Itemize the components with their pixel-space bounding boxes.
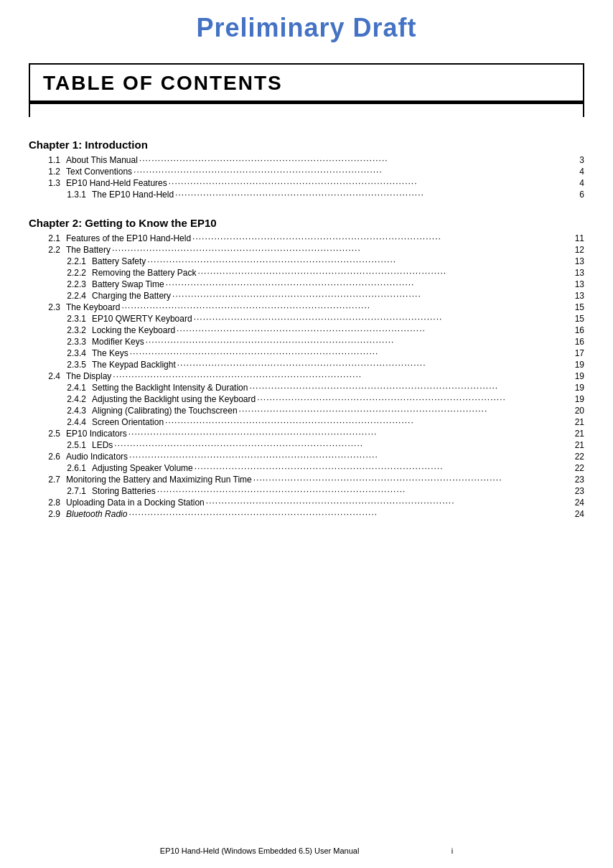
toc-num-2-6: 2.2.4 (29, 291, 92, 301)
toc-label-1-1: About This Manual·······················… (66, 155, 584, 165)
toc-label-2-20: Audio Indicators························… (66, 452, 584, 462)
footer-text: EP10 Hand-Held (Windows Embedded 6.5) Us… (160, 846, 360, 855)
toc-label-1-4: The EP10 Hand-Held······················… (92, 190, 584, 200)
toc-dots-2-6: ········································… (172, 291, 568, 301)
toc-title-underline (30, 101, 583, 104)
toc-page-2-1: 11 (570, 233, 584, 243)
toc-page-2-22: 23 (570, 475, 584, 485)
toc-label-2-21: Adjusting Speaker Volume················… (92, 463, 584, 473)
toc-label-text-2-13: The Display (66, 371, 111, 381)
toc-entry-1-2: 1.2Text Conventions·····················… (29, 167, 584, 177)
toc-num-2-1: 2.1 (29, 233, 66, 243)
toc-title: Table of Contents (43, 72, 570, 95)
toc-label-2-2: The Battery·····························… (66, 245, 584, 255)
toc-label-text-2-16: Aligning (Calibrating) the Touchscreen (92, 406, 238, 416)
toc-page-2-12: 19 (570, 360, 584, 370)
toc-entry-2-23: 2.7.1Storing Batteries··················… (29, 486, 584, 496)
toc-entry-2-2: 2.2The Battery··························… (29, 245, 584, 255)
toc-num-2-23: 2.7.1 (29, 486, 92, 496)
toc-dots-2-4: ········································… (197, 268, 568, 278)
toc-dots-2-14: ········································… (249, 383, 568, 393)
toc-dots-2-21: ········································… (195, 463, 568, 473)
toc-label-1-3: EP10 Hand-Held Features·················… (66, 178, 584, 188)
toc-num-2-20: 2.6 (29, 452, 66, 462)
toc-label-text-2-24: Uploading Data in a Docking Station (66, 498, 205, 508)
toc-dots-2-20: ········································… (129, 452, 568, 462)
toc-label-text-2-15: Adjusting the Backlight using the Keyboa… (92, 394, 256, 404)
toc-entry-2-24: 2.8Uploading Data in a Docking Station··… (29, 498, 584, 508)
toc-entry-2-10: 2.3.3Modifier Keys······················… (29, 337, 584, 347)
toc-page-2-13: 19 (570, 371, 584, 381)
toc-num-2-3: 2.2.1 (29, 256, 92, 266)
toc-entry-2-13: 2.4The Display··························… (29, 371, 584, 381)
toc-label-2-7: The Keyboard····························… (66, 302, 584, 312)
toc-label-2-6: Charging the Battery····················… (92, 291, 584, 301)
toc-num-2-2: 2.2 (29, 245, 66, 255)
toc-label-text-2-23: Storing Batteries (92, 486, 156, 496)
toc-page-2-4: 13 (570, 268, 584, 278)
toc-page-1-2: 4 (570, 167, 584, 177)
toc-label-text-1-3: EP10 Hand-Held Features (66, 178, 167, 188)
toc-dots-2-16: ········································… (239, 406, 568, 416)
toc-label-2-13: The Display·····························… (66, 371, 584, 381)
toc-page-2-16: 20 (570, 406, 584, 416)
toc-dots-2-19: ········································… (114, 440, 568, 450)
toc-page-1-4: 6 (570, 190, 584, 200)
toc-label-text-2-5: Battery Swap Time (92, 279, 164, 289)
toc-entry-2-3: 2.2.1Battery Safety·····················… (29, 256, 584, 266)
toc-label-2-16: Aligning (Calibrating) the Touchscreen··… (92, 406, 584, 416)
toc-num-2-19: 2.5.1 (29, 440, 92, 450)
toc-entry-2-17: 2.4.4Screen Orientation·················… (29, 417, 584, 427)
toc-dots-2-22: ········································… (253, 475, 568, 485)
toc-num-1-1: 1.1 (29, 155, 66, 165)
toc-entry-2-11: 2.3.4The Keys···························… (29, 348, 584, 358)
toc-entry-2-15: 2.4.2Adjusting the Backlight using the K… (29, 394, 584, 404)
toc-entry-2-4: 2.2.2Removing the Battery Pack··········… (29, 268, 584, 278)
toc-dots-2-10: ········································… (146, 337, 568, 347)
toc-dots-2-17: ········································… (165, 417, 568, 427)
toc-page-2-2: 12 (570, 245, 584, 255)
toc-label-2-5: Battery Swap Time·······················… (92, 279, 584, 289)
toc-label-1-2: Text Conventions························… (66, 167, 584, 177)
toc-entry-2-6: 2.2.4Charging the Battery···············… (29, 291, 584, 301)
toc-page-2-24: 24 (570, 498, 584, 508)
toc-box: Table of Contents (29, 63, 584, 117)
toc-entry-2-20: 2.6Audio Indicators·····················… (29, 452, 584, 462)
toc-label-text-2-14: Setting the Backlight Intensity & Durati… (92, 383, 248, 393)
toc-num-2-24: 2.8 (29, 498, 66, 508)
toc-label-text-2-6: Charging the Battery (92, 291, 171, 301)
toc-num-2-10: 2.3.3 (29, 337, 92, 347)
toc-label-2-25: Bluetooth Radio·························… (66, 509, 584, 519)
toc-num-2-21: 2.6.1 (29, 463, 92, 473)
toc-entry-2-8: 2.3.1EP10 QWERTY Keyboard···············… (29, 314, 584, 324)
toc-label-text-2-21: Adjusting Speaker Volume (92, 463, 193, 473)
toc-label-text-1-2: Text Conventions (66, 167, 132, 177)
toc-num-2-14: 2.4.1 (29, 383, 92, 393)
toc-label-2-10: Modifier Keys···························… (92, 337, 584, 347)
toc-page-2-10: 16 (570, 337, 584, 347)
toc-entry-1-3: 1.3EP10 Hand-Held Features··············… (29, 178, 584, 188)
toc-label-text-2-25: Bluetooth Radio (66, 509, 127, 519)
toc-page-2-17: 21 (570, 417, 584, 427)
toc-page-1-1: 3 (570, 155, 584, 165)
toc-label-text-2-4: Removing the Battery Pack (92, 268, 196, 278)
toc-label-2-12: The Keypad Backlight····················… (92, 360, 584, 370)
toc-dots-2-5: ········································… (166, 279, 568, 289)
toc-page-2-6: 13 (570, 291, 584, 301)
toc-entry-2-12: 2.3.5The Keypad Backlight···············… (29, 360, 584, 370)
page-header: Preliminary Draft (0, 0, 613, 50)
toc-label-text-2-1: Features of the EP10 Hand-Held (66, 233, 191, 243)
toc-label-text-2-22: Monitoring the Battery and Maximizing Ru… (66, 475, 252, 485)
toc-label-text-2-9: Locking the Keyboard (92, 325, 175, 335)
toc-entry-2-18: 2.5EP10 Indicators······················… (29, 429, 584, 439)
toc-label-text-2-11: The Keys (92, 348, 128, 358)
toc-num-2-11: 2.3.4 (29, 348, 92, 358)
toc-page-2-25: 24 (570, 509, 584, 519)
toc-num-2-17: 2.4.4 (29, 417, 92, 427)
toc-page-1-3: 4 (570, 178, 584, 188)
toc-label-2-14: Setting the Backlight Intensity & Durati… (92, 383, 584, 393)
toc-label-2-4: Removing the Battery Pack···············… (92, 268, 584, 278)
toc-entry-1-1: 1.1About This Manual····················… (29, 155, 584, 165)
toc-num-2-13: 2.4 (29, 371, 66, 381)
toc-dots-2-13: ········································… (113, 371, 568, 381)
